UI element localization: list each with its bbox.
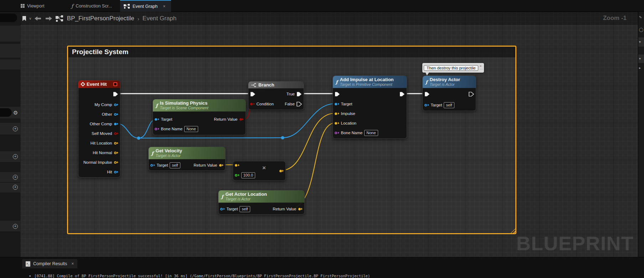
pin-row-hit[interactable]: Hit bbox=[107, 168, 118, 176]
tab-construction-script[interactable]: ƒ Construction Scr... bbox=[68, 0, 115, 12]
object-pin-icon[interactable] bbox=[114, 123, 119, 125]
vector-pin-icon[interactable] bbox=[279, 170, 284, 172]
name-pin-icon[interactable] bbox=[335, 132, 339, 134]
pin-row-return-value[interactable]: Return Value bbox=[194, 161, 223, 169]
plus-circle-icon[interactable]: + bbox=[13, 126, 18, 131]
close-icon[interactable]: × bbox=[163, 4, 165, 9]
float-value-input[interactable]: 100.0 bbox=[241, 172, 256, 178]
sidebar-row[interactable] bbox=[0, 26, 20, 42]
vector-pin-icon[interactable] bbox=[219, 164, 224, 167]
pin-row-target[interactable]: Target self bbox=[424, 101, 454, 109]
node-comment-bubble[interactable]: Then destroy this projectile ⇤ ⋯ bbox=[422, 63, 484, 73]
bookmark-icon[interactable] bbox=[22, 16, 26, 21]
breadcrumb-current[interactable]: Event Graph bbox=[143, 15, 176, 22]
tab-event-graph[interactable]: Event Graph × bbox=[120, 0, 171, 12]
node-header[interactable]: ƒ Is Simulating Physics Target is Scene … bbox=[153, 99, 246, 112]
target-self-input[interactable]: self bbox=[239, 206, 250, 212]
plus-circle-icon[interactable]: + bbox=[13, 154, 18, 159]
sidebar-row[interactable] bbox=[0, 44, 20, 58]
gear-icon[interactable]: ⚙ bbox=[13, 110, 18, 115]
node-is-simulating-physics[interactable]: ƒ Is Simulating Physics Target is Scene … bbox=[153, 99, 246, 135]
tab-compiler-results[interactable]: >_ Compiler Results × bbox=[22, 259, 77, 268]
object-pin-icon[interactable] bbox=[114, 104, 119, 106]
sidebar-filter-pill[interactable] bbox=[0, 108, 12, 117]
bool-pin-icon[interactable] bbox=[114, 132, 119, 135]
node-header[interactable]: ƒ Destroy Actor Target is Actor bbox=[423, 76, 476, 88]
vector-pin-icon[interactable] bbox=[298, 208, 303, 210]
node-get-actor-location[interactable]: ƒ Get Actor Location Target is Actor Tar… bbox=[218, 190, 305, 215]
pin-row-exec-out[interactable] bbox=[113, 90, 118, 98]
bool-pin-icon[interactable] bbox=[239, 118, 244, 121]
node-header[interactable]: ƒ Add Impulse at Location Target is Prim… bbox=[333, 76, 407, 88]
exec-pin-icon[interactable] bbox=[400, 92, 405, 96]
pin-row-impulse[interactable]: Impulse bbox=[335, 110, 355, 117]
pin-row-target[interactable]: Target bbox=[155, 115, 172, 123]
object-pin-icon[interactable] bbox=[424, 104, 429, 106]
object-pin-icon[interactable] bbox=[335, 103, 339, 105]
node-header[interactable]: ƒ Get Actor Location Target is Actor bbox=[218, 190, 304, 203]
target-self-input[interactable]: self bbox=[444, 102, 454, 108]
vector-pin-icon[interactable] bbox=[114, 152, 119, 154]
breadcrumb-asset-name[interactable]: BP_FirstPersonProjectile bbox=[67, 15, 134, 22]
pin-row-condition[interactable]: Condition bbox=[250, 100, 274, 108]
pin-row-exec-in[interactable] bbox=[250, 90, 256, 98]
chevron-down-icon[interactable]: ▾ bbox=[639, 57, 641, 61]
vector-pin-icon[interactable] bbox=[114, 161, 119, 164]
comment-resize-handle[interactable] bbox=[510, 228, 516, 234]
delegate-pin[interactable] bbox=[113, 82, 117, 86]
pin-row-other[interactable]: Other bbox=[102, 110, 118, 118]
pin-row-target[interactable]: Target self bbox=[150, 161, 180, 169]
pin-row-target[interactable]: Target self bbox=[220, 205, 250, 213]
node-destroy-actor[interactable]: ƒ Destroy Actor Target is Actor Target s… bbox=[422, 75, 476, 111]
exec-pin-icon[interactable] bbox=[250, 92, 256, 96]
struct-pin-icon[interactable] bbox=[114, 171, 119, 173]
pin-row-target[interactable]: Target bbox=[335, 100, 352, 108]
pin-row-vector-input[interactable] bbox=[235, 161, 239, 169]
pin-row-bone-name[interactable]: Bone Name None bbox=[155, 125, 198, 133]
object-pin-icon[interactable] bbox=[155, 118, 159, 121]
target-self-input[interactable]: self bbox=[170, 162, 180, 168]
vector-pin-icon[interactable] bbox=[235, 164, 239, 167]
circle-icon[interactable]: ◯ bbox=[639, 27, 643, 32]
pin-row-normal-impulse[interactable]: Normal Impulse bbox=[83, 158, 118, 166]
chevron-down-icon[interactable]: ▾ bbox=[639, 40, 641, 44]
pin-row-my-comp[interactable]: My Comp bbox=[94, 101, 118, 109]
pin-row-other-comp[interactable]: Other Comp bbox=[90, 120, 118, 128]
pin-row-return-value[interactable]: Return Value bbox=[273, 205, 303, 213]
tab-viewport[interactable]: Viewport bbox=[17, 0, 48, 12]
plus-circle-icon[interactable]: + bbox=[13, 185, 18, 190]
node-multiply[interactable]: × 100.0 bbox=[233, 161, 286, 181]
event-graph-canvas[interactable]: ˅ BP_FirstPersonProjectile › Event Graph… bbox=[20, 12, 638, 257]
exec-pin-icon[interactable] bbox=[469, 92, 474, 96]
more-icon[interactable]: ⋯ bbox=[480, 68, 483, 71]
close-icon[interactable]: × bbox=[71, 261, 74, 266]
vector-pin-icon[interactable] bbox=[114, 142, 119, 145]
sidebar-search-pill[interactable] bbox=[0, 14, 17, 22]
pin-row-float-input[interactable]: 100.0 bbox=[235, 171, 255, 179]
edit-icon[interactable]: ✎ bbox=[639, 15, 642, 19]
node-event-hit-header[interactable]: Event Hit bbox=[78, 80, 120, 88]
pin-row-false[interactable]: False bbox=[285, 100, 302, 108]
pin-row-bone-name[interactable]: Bone Name None bbox=[335, 129, 378, 137]
pin-row-hit-location[interactable]: Hit Location bbox=[91, 139, 118, 147]
pin-row-exec-out[interactable] bbox=[469, 90, 474, 98]
pin-bubble-icon[interactable]: ⇤ bbox=[480, 65, 483, 68]
pin-row-exec-out[interactable] bbox=[400, 90, 405, 98]
bubble-controls[interactable]: ⇤ ⋯ bbox=[480, 65, 483, 71]
exec-pin-icon[interactable] bbox=[424, 92, 430, 96]
pin-row-self-moved[interactable]: Self Moved bbox=[92, 130, 118, 137]
node-add-impulse-at-location[interactable]: ƒ Add Impulse at Location Target is Prim… bbox=[333, 75, 407, 139]
exec-pin-icon[interactable] bbox=[297, 102, 302, 106]
node-event-hit[interactable]: Event Hit My Comp Other Other Comp Self … bbox=[78, 80, 120, 178]
vector-pin-icon[interactable] bbox=[335, 122, 339, 125]
float-pin-icon[interactable] bbox=[235, 174, 239, 177]
pin-row-result[interactable] bbox=[279, 167, 284, 175]
pin-row-hit-normal[interactable]: Hit Normal bbox=[93, 149, 118, 157]
pin-row-true[interactable]: True bbox=[287, 90, 302, 98]
bone-name-input[interactable]: None bbox=[184, 126, 198, 132]
play-icon[interactable]: ▸ bbox=[639, 66, 641, 70]
pin-row-exec-in[interactable] bbox=[335, 90, 340, 98]
bool-pin-icon[interactable] bbox=[250, 103, 255, 105]
name-pin-icon[interactable] bbox=[155, 128, 159, 130]
plus-circle-icon[interactable]: + bbox=[13, 175, 18, 180]
